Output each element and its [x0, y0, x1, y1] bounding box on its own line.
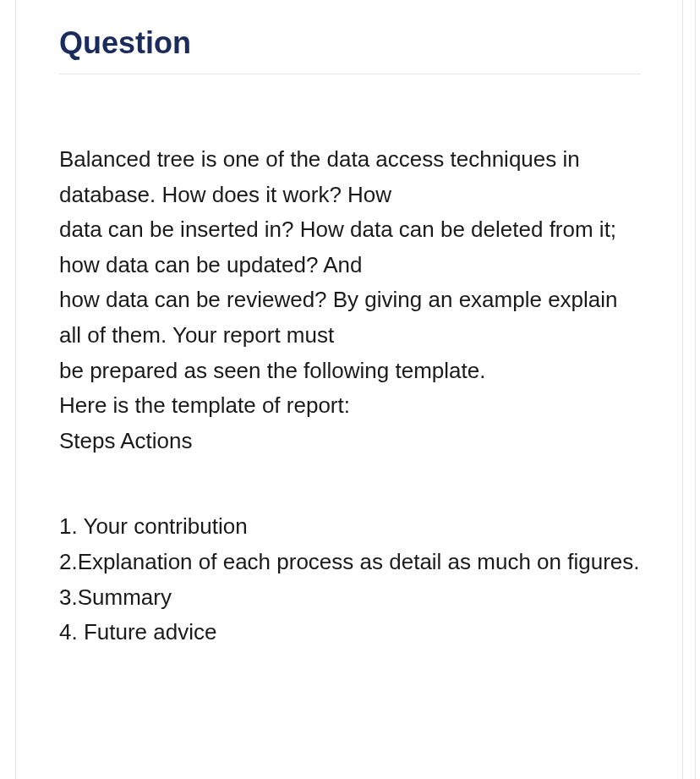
document-content: Question Balanced tree is one of the dat…: [0, 0, 700, 676]
body-line: data can be inserted in? How data can be…: [59, 212, 641, 283]
question-body: Balanced tree is one of the data access …: [59, 142, 641, 458]
step-item: 2.Explanation of each process as detail …: [59, 545, 641, 580]
body-line: how data can be reviewed? By giving an e…: [59, 283, 641, 353]
body-line: be prepared as seen the following templa…: [59, 354, 641, 389]
step-item: 1. Your contribution: [59, 509, 641, 545]
body-line: Here is the template of report:: [59, 388, 641, 424]
steps-list: 1. Your contribution 2.Explanation of ea…: [59, 509, 641, 650]
body-line: Steps Actions: [59, 424, 641, 459]
question-heading: Question: [59, 25, 641, 74]
body-line: Balanced tree is one of the data access …: [59, 142, 641, 212]
step-item: 3.Summary: [59, 580, 641, 616]
step-item: 4. Future advice: [59, 615, 641, 650]
